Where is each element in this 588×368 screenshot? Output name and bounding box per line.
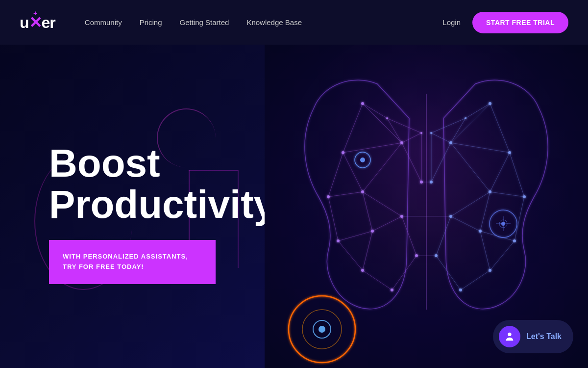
- svg-point-74: [459, 289, 462, 291]
- svg-point-80: [360, 158, 365, 162]
- svg-point-67: [449, 141, 452, 144]
- hero-section: Boost Productivity WITH PERSONALIZED ASS…: [0, 45, 588, 368]
- svg-point-53: [400, 141, 403, 144]
- svg-point-75: [465, 117, 466, 119]
- svg-point-58: [337, 239, 340, 242]
- lets-talk-widget[interactable]: Let's Talk: [493, 320, 573, 353]
- nav-community[interactable]: Community: [85, 18, 122, 26]
- svg-point-68: [489, 190, 491, 193]
- svg-point-77: [430, 181, 433, 184]
- login-link[interactable]: Login: [442, 18, 461, 26]
- svg-point-73: [489, 269, 491, 272]
- nav-right: Login START FREE TRIAL: [442, 12, 568, 33]
- hero-subtitle-box: WITH PERSONALIZED ASSISTANTS, TRY FOR FR…: [49, 240, 216, 284]
- svg-point-90: [508, 333, 511, 336]
- nav-pricing[interactable]: Pricing: [140, 18, 162, 26]
- svg-point-60: [391, 289, 393, 291]
- svg-point-71: [479, 230, 482, 233]
- svg-point-59: [361, 269, 364, 272]
- nav-knowledge-base[interactable]: Knowledge Base: [246, 18, 302, 26]
- svg-point-69: [523, 195, 526, 198]
- lets-talk-icon: [499, 326, 520, 347]
- svg-point-65: [489, 102, 491, 105]
- svg-point-64: [415, 254, 418, 257]
- svg-point-89: [318, 326, 325, 333]
- hero-title: Boost Productivity: [49, 143, 284, 225]
- svg-point-61: [386, 117, 388, 119]
- svg-point-62: [420, 132, 422, 134]
- lets-talk-label: Let's Talk: [526, 332, 562, 341]
- hero-content: Boost Productivity WITH PERSONALIZED ASS…: [49, 143, 284, 284]
- svg-point-54: [361, 190, 364, 193]
- person-icon: [504, 331, 515, 342]
- hero-subtitle: WITH PERSONALIZED ASSISTANTS, TRY FOR FR…: [63, 252, 202, 272]
- logo-x-icon: ✕: [29, 13, 42, 32]
- logo-text: u✕er: [20, 13, 55, 32]
- svg-point-52: [342, 151, 344, 154]
- svg-point-78: [435, 254, 438, 257]
- svg-point-55: [327, 195, 330, 198]
- svg-point-56: [400, 215, 403, 218]
- start-trial-button[interactable]: START FREE TRIAL: [472, 12, 568, 33]
- svg-point-51: [361, 102, 364, 105]
- navbar: u✕er Community Pricing Getting Started K…: [0, 0, 588, 45]
- svg-point-72: [513, 239, 516, 242]
- svg-point-70: [449, 215, 452, 218]
- svg-point-76: [430, 132, 432, 134]
- nav-getting-started[interactable]: Getting Started: [180, 18, 229, 26]
- svg-point-57: [371, 230, 374, 233]
- svg-point-66: [508, 151, 511, 154]
- svg-point-63: [420, 181, 423, 184]
- nav-links: Community Pricing Getting Started Knowle…: [85, 18, 443, 26]
- logo[interactable]: u✕er: [20, 13, 55, 32]
